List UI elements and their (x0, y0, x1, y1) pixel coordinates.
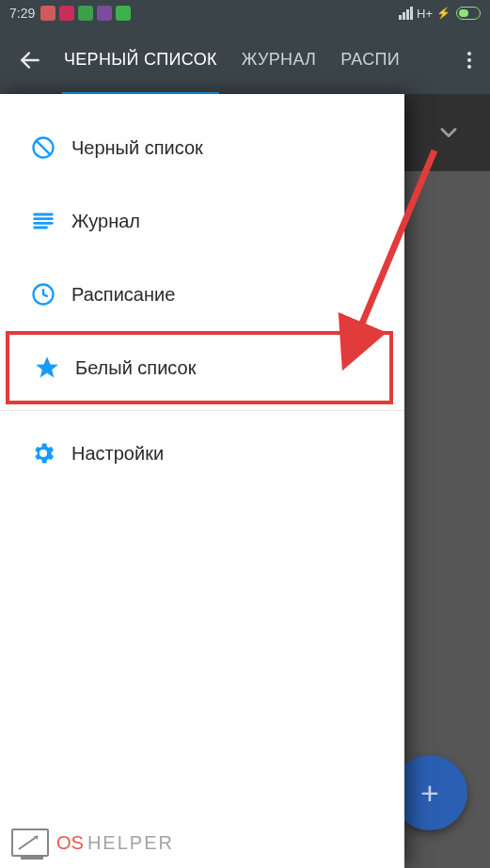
drawer-item-label: Журнал (66, 211, 140, 232)
notif-icon-4 (97, 6, 112, 21)
chevron-down-icon (435, 119, 462, 146)
drawer-item-label: Белый список (70, 357, 196, 379)
gear-icon (30, 440, 56, 466)
plus-icon: + (420, 775, 439, 812)
watermark-helper: HELPER (87, 832, 174, 853)
monitor-icon (11, 829, 49, 857)
status-right: H+ ⚡ (399, 7, 481, 21)
status-bar: 7:29 H+ ⚡ (0, 0, 490, 26)
watermark-text: OSHELPER (56, 832, 174, 854)
tab-bar: ЧЕРНЫЙ СПИСОК ЖУРНАЛ РАСПИ (47, 50, 456, 71)
network-type: H+ (417, 7, 433, 21)
navigation-drawer: Черный список Журнал Расписание (0, 94, 404, 868)
notif-icon-1 (40, 6, 55, 21)
status-time: 7:29 (9, 6, 35, 21)
drawer-item-blacklist[interactable]: Черный список (0, 111, 404, 184)
app-bar: ЧЕРНЫЙ СПИСОК ЖУРНАЛ РАСПИ (0, 26, 490, 94)
drawer-item-journal[interactable]: Журнал (0, 184, 404, 258)
charging-icon: ⚡ (436, 7, 450, 20)
menu-divider (0, 410, 404, 411)
tab-journal[interactable]: ЖУРНАЛ (242, 50, 316, 71)
status-left: 7:29 (9, 6, 131, 21)
star-icon (34, 355, 60, 381)
watermark: OSHELPER (11, 829, 174, 857)
drawer-item-settings[interactable]: Настройки (0, 417, 404, 490)
drawer-menu: Черный список Журнал Расписание (0, 94, 404, 490)
notification-icons (40, 6, 131, 21)
watermark-os: OS (56, 832, 84, 853)
drawer-item-label: Расписание (66, 284, 175, 306)
battery-icon (456, 7, 481, 20)
drawer-item-whitelist[interactable]: Белый список (21, 335, 389, 401)
overflow-menu-button[interactable] (456, 52, 490, 69)
svg-marker-8 (36, 356, 57, 377)
tab-blacklist[interactable]: ЧЕРНЫЙ СПИСОК (64, 50, 217, 71)
drawer-item-schedule[interactable]: Расписание (0, 258, 404, 331)
clock-icon (30, 281, 56, 308)
drawer-item-label: Черный список (66, 137, 203, 159)
list-icon (30, 208, 56, 234)
notif-icon-2 (59, 6, 74, 21)
svg-line-11 (19, 836, 38, 849)
tab-schedule[interactable]: РАСПИ (340, 50, 400, 71)
svg-line-2 (36, 140, 50, 154)
notif-icon-5 (116, 6, 131, 21)
notif-icon-3 (78, 6, 93, 21)
drawer-item-label: Настройки (66, 443, 164, 465)
back-button[interactable] (13, 43, 47, 77)
highlight-annotation: Белый список (6, 331, 393, 404)
arrow-back-icon (18, 48, 42, 72)
block-icon (30, 134, 56, 161)
signal-icon (399, 7, 413, 20)
phone-frame: 7:29 H+ ⚡ ЧЕРНЫЙ СПИСОК ЖУРНАЛ РАСПИ (0, 0, 490, 868)
